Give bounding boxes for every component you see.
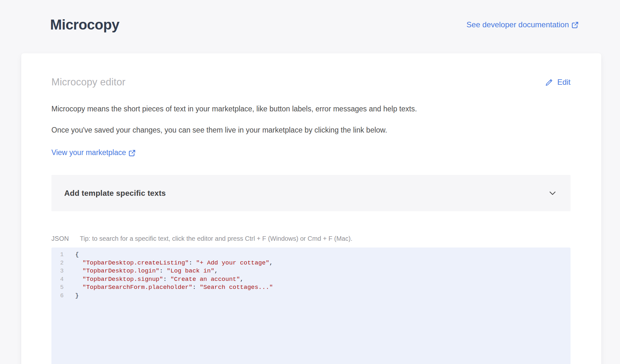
- editor-format-label: JSON: [51, 235, 69, 242]
- code-line: 6}: [51, 292, 571, 300]
- accordion-label: Add template specific texts: [64, 189, 166, 198]
- card-heading-row: Microcopy editor Edit: [51, 76, 571, 88]
- edit-button[interactable]: Edit: [545, 78, 571, 87]
- json-code-editor[interactable]: 1{2 "TopbarDesktop.createListing": "+ Ad…: [51, 247, 571, 364]
- developer-documentation-link[interactable]: See developer documentation: [466, 20, 578, 29]
- code-line-content: "TopbarDesktop.createListing": "+ Add yo…: [75, 259, 273, 267]
- pencil-icon: [545, 78, 554, 86]
- line-number: 1: [51, 251, 64, 259]
- external-link-icon: [572, 22, 578, 28]
- page-header: Microcopy See developer documentation: [50, 15, 578, 35]
- code-line: 5 "TopbarSearchForm.placeholder": "Searc…: [51, 283, 571, 292]
- external-link-icon: [129, 150, 135, 156]
- description-paragraph-1: Microcopy means the short pieces of text…: [51, 103, 437, 115]
- view-marketplace-link-label: View your marketplace: [51, 148, 126, 157]
- code-line: 1{: [51, 251, 571, 259]
- code-line-content: "TopbarDesktop.login": "Log back in",: [75, 267, 218, 275]
- chevron-down-icon: [549, 191, 556, 195]
- microcopy-editor-card: Microcopy editor Edit Microcopy means th…: [21, 53, 601, 364]
- code-line-content: "TopbarSearchForm.placeholder": "Search …: [75, 283, 273, 292]
- edit-button-label: Edit: [557, 78, 571, 87]
- code-line: 3 "TopbarDesktop.login": "Log back in",: [51, 267, 571, 275]
- line-number: 5: [51, 283, 64, 292]
- description-paragraph-2: Once you've saved your changes, you can …: [51, 124, 437, 136]
- editor-meta-row: JSON Tip: to search for a specific text,…: [51, 235, 571, 242]
- add-template-texts-accordion[interactable]: Add template specific texts: [51, 175, 571, 211]
- line-number: 4: [51, 275, 64, 284]
- code-line-content: "TopbarDesktop.signup": "Create an accou…: [75, 275, 244, 284]
- code-line-content: }: [75, 292, 79, 300]
- code-line: 4 "TopbarDesktop.signup": "Create an acc…: [51, 275, 571, 284]
- developer-documentation-link-label: See developer documentation: [466, 20, 569, 29]
- card-heading: Microcopy editor: [51, 76, 126, 88]
- editor-tip-text: Tip: to search for a specific text, clic…: [80, 235, 352, 242]
- page-title: Microcopy: [50, 17, 120, 33]
- code-line: 2 "TopbarDesktop.createListing": "+ Add …: [51, 259, 571, 267]
- line-number: 3: [51, 267, 64, 275]
- code-line-content: {: [75, 251, 79, 259]
- line-number: 2: [51, 259, 64, 267]
- view-marketplace-link[interactable]: View your marketplace: [51, 148, 135, 157]
- line-number: 6: [51, 292, 64, 300]
